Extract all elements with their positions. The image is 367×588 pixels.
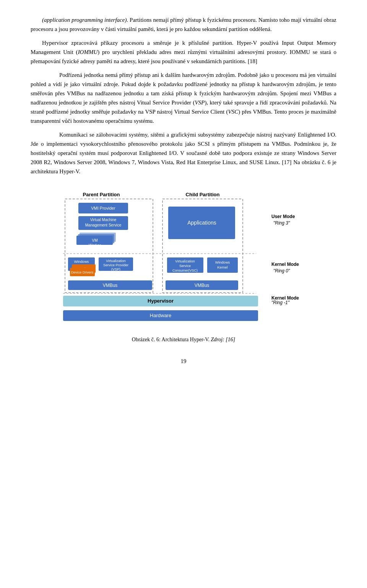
svg-text:Virtual Machine: Virtual Machine	[90, 218, 117, 222]
svg-text:"Ring 3": "Ring 3"	[273, 220, 290, 226]
italic-vsc: VSC	[228, 109, 238, 115]
svg-text:VM: VM	[92, 238, 98, 243]
svg-text:Windows: Windows	[215, 260, 230, 264]
svg-text:Virtualization: Virtualization	[106, 259, 125, 263]
svg-text:Virtualization: Virtualization	[175, 259, 195, 263]
svg-text:VMBus: VMBus	[195, 283, 209, 288]
caption-source: Zdroj: [16]	[211, 337, 235, 342]
page-number: 19	[31, 358, 336, 365]
svg-text:User Mode: User Mode	[271, 214, 295, 219]
italic-text-api: (application programming interface)	[42, 17, 127, 23]
svg-text:Service: Service	[179, 264, 191, 268]
svg-text:VMBus: VMBus	[103, 283, 118, 288]
svg-text:Worker: Worker	[89, 243, 101, 248]
diagram-caption: Obrázek č. 6: Architektura Hyper-V. Zdro…	[132, 337, 235, 343]
svg-text:"Ring -1": "Ring -1"	[271, 300, 290, 305]
svg-text:(VSP): (VSP)	[111, 267, 120, 271]
svg-text:Parent Partition: Parent Partition	[83, 192, 120, 197]
italic-iommu: IOMMU	[78, 49, 98, 55]
svg-text:Kernel: Kernel	[217, 265, 227, 269]
svg-text:Child Partition: Child Partition	[186, 192, 220, 197]
svg-text:Windows: Windows	[74, 259, 89, 264]
italic-vsp: VSP	[195, 99, 205, 106]
svg-text:Kernel Mode: Kernel Mode	[271, 262, 299, 267]
svg-text:Applications: Applications	[187, 220, 216, 226]
svg-text:Hardware: Hardware	[150, 313, 171, 318]
svg-text:"Ring 0": "Ring 0"	[273, 268, 290, 274]
paragraph-3-indent: Podřízená jednotka nemá přímý přístup an…	[31, 70, 336, 125]
caption-prefix: Obrázek č. 6: Architektura Hyper-V.	[132, 337, 209, 342]
svg-text:Consumer(VSC): Consumer(VSC)	[172, 269, 198, 272]
paragraph-4-indent: Komunikaci se zálohovacími systémy, sítě…	[31, 130, 336, 176]
paragraph-2: Hypervisor zpracovává příkazy procesoru …	[31, 38, 336, 66]
svg-text:Device Drivers: Device Drivers	[71, 270, 94, 274]
svg-text:Hypervisor: Hypervisor	[148, 298, 174, 304]
svg-text:Kernel Mode: Kernel Mode	[271, 295, 299, 301]
svg-text:Service Provider: Service Provider	[103, 263, 128, 267]
main-content: (application programming interface). Par…	[31, 15, 336, 176]
svg-text:Management Service: Management Service	[85, 223, 122, 227]
diagram-container: Parent Partition Child Partition User Mo…	[50, 187, 317, 350]
svg-text:VMI Provider: VMI Provider	[91, 206, 115, 210]
paragraph-1: (application programming interface). Par…	[31, 15, 336, 34]
hyper-v-diagram: Parent Partition Child Partition User Mo…	[54, 187, 313, 333]
